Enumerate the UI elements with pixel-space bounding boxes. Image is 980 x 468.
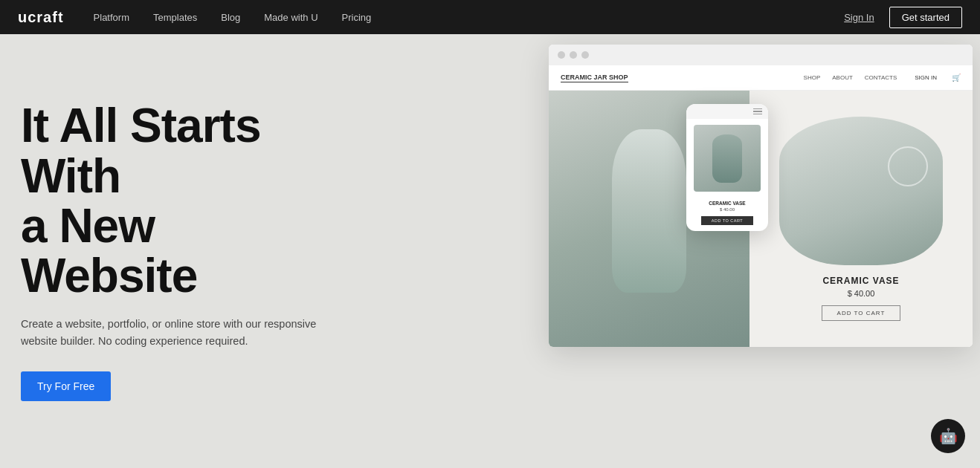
- shop-navbar: CERAMIC JAR SHOP SHOP ABOUT CONTACTS SIG…: [549, 65, 973, 91]
- phone-mockup: CERAMIC VASE $ 40.00 ADD TO CART: [686, 104, 768, 231]
- hero-subtitle: Create a website, portfolio, or online s…: [21, 316, 318, 350]
- shop-sign-in: SIGN IN: [915, 74, 937, 81]
- logo[interactable]: ucraft: [18, 9, 64, 26]
- get-started-button[interactable]: Get started: [889, 7, 962, 28]
- shop-nav-links: SHOP ABOUT CONTACTS SIGN IN 🛒: [804, 74, 961, 82]
- browser-dot-2: [570, 51, 577, 59]
- shop-brand: CERAMIC JAR SHOP: [561, 74, 628, 82]
- menu-line-2: [753, 111, 762, 112]
- hero-title-line1: It All Starts With: [21, 99, 260, 202]
- chat-bot-button[interactable]: 🤖: [931, 419, 965, 453]
- chat-bot-icon: 🤖: [939, 427, 958, 445]
- navbar: ucraft Platform Templates Blog Made with…: [0, 0, 980, 34]
- nav-right: Sign In Get started: [844, 7, 962, 28]
- browser-dot-1: [558, 51, 565, 59]
- browser-dot-3: [581, 51, 589, 59]
- phone-product-price: $ 40.00: [692, 207, 762, 212]
- add-to-cart-button[interactable]: ADD TO CART: [822, 305, 901, 321]
- nav-platform[interactable]: Platform: [94, 12, 129, 23]
- phone-product-image: [694, 125, 761, 192]
- hero-title: It All Starts With a New Website: [21, 101, 342, 301]
- shop-nav-about: ABOUT: [832, 74, 853, 81]
- vase-image: [779, 117, 943, 265]
- hamburger-icon: [753, 108, 762, 115]
- phone-topbar: [686, 104, 768, 119]
- shop-nav-shop: SHOP: [804, 74, 821, 81]
- shop-product-detail: CERAMIC VASE $ 40.00 ADD TO CART: [749, 91, 973, 347]
- nav-made-with-u[interactable]: Made with U: [264, 12, 317, 23]
- shop-nav-contacts: CONTACTS: [865, 74, 897, 81]
- browser-bar: [549, 45, 973, 65]
- phone-product-info: CERAMIC VASE $ 40.00 ADD TO CART: [686, 198, 768, 231]
- nav-templates[interactable]: Templates: [153, 12, 197, 23]
- phone-vase-shape: [712, 134, 742, 183]
- nav-pricing[interactable]: Pricing: [342, 12, 372, 23]
- phone-add-to-cart[interactable]: ADD TO CART: [701, 216, 753, 225]
- try-for-free-button[interactable]: Try For Free: [21, 371, 111, 401]
- menu-line-1: [753, 108, 762, 110]
- cart-icon: 🛒: [952, 74, 961, 82]
- hero-section: It All Starts With a New Website Create …: [0, 0, 980, 468]
- browser-mockup: CERAMIC JAR SHOP SHOP ABOUT CONTACTS SIG…: [549, 45, 973, 347]
- product-name: CERAMIC VASE: [822, 276, 899, 286]
- product-price: $ 40.00: [848, 289, 875, 298]
- sign-in-link[interactable]: Sign In: [844, 12, 874, 23]
- nav-blog[interactable]: Blog: [221, 12, 240, 23]
- hero-title-line2: a New Website: [21, 199, 197, 302]
- phone-product-name: CERAMIC VASE: [692, 201, 762, 206]
- menu-line-3: [753, 114, 762, 115]
- hero-content: It All Starts With a New Website Create …: [0, 101, 342, 400]
- nav-links: Platform Templates Blog Made with U Pric…: [94, 12, 845, 23]
